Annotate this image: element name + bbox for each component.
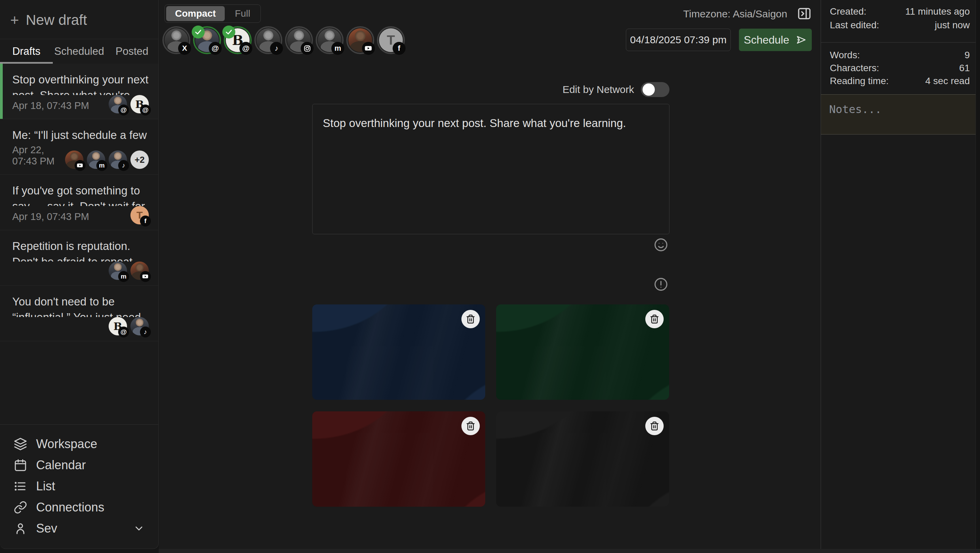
threads-account-avatar[interactable]: B@ [224, 26, 251, 54]
navy-wave-image [312, 304, 485, 400]
draft-account-avatar: ♪ [109, 151, 127, 169]
tab-label: Posted [115, 45, 148, 57]
mastodon-account-avatar[interactable]: m [316, 26, 344, 54]
toggle-knob [643, 83, 655, 96]
draft-list: Stop overthinking your next post. Share … [0, 64, 158, 424]
notes-textarea[interactable] [821, 94, 980, 135]
youtube-account-avatar[interactable] [346, 26, 374, 54]
sidebar-item-list[interactable]: List [0, 476, 158, 497]
facebook-badge-icon: f [393, 42, 406, 55]
instagram-badge-icon [301, 42, 313, 55]
draft-account-avatar: B@ [130, 95, 149, 113]
youtube-badge-icon [75, 160, 86, 171]
sidebar-nav: WorkspaceCalendarListConnectionsSev [0, 424, 158, 548]
draft-tabs: DraftsScheduledPosted [0, 39, 158, 64]
warning-icon[interactable] [653, 276, 669, 292]
tiktok-badge-icon: ♪ [118, 160, 129, 171]
last-edited-row: Last edited: just now [821, 18, 980, 32]
characters-value: 61 [959, 63, 970, 73]
vertical-scrollbar[interactable] [975, 0, 980, 549]
draft-item-networks: m♪+2 [65, 151, 149, 169]
view-mode-compact[interactable]: Compact [166, 6, 225, 21]
draft-list-item[interactable]: Stop overthinking your next post. Share … [0, 64, 158, 119]
mastodon-badge-icon: m [331, 42, 344, 55]
draft-account-avatar: ♪ [130, 317, 149, 335]
emoji-picker-icon[interactable] [653, 237, 669, 253]
user-icon [14, 522, 27, 535]
tab-label: Drafts [12, 45, 41, 57]
view-mode-full[interactable]: Full [226, 6, 259, 21]
view-mode-toggle: CompactFull [164, 5, 261, 23]
tiktok-badge-icon: ♪ [270, 42, 283, 55]
post-content-textarea[interactable]: Stop overthinking your next post. Share … [312, 104, 670, 234]
green-wave-image [496, 304, 669, 400]
sidebar-item-workspace[interactable]: Workspace [0, 434, 158, 454]
words-row: Words: 9 [821, 49, 980, 62]
collapse-panel-icon[interactable] [796, 5, 813, 22]
tab-scheduled[interactable]: Scheduled [53, 39, 105, 64]
draft-account-avatar: m [87, 151, 105, 169]
draft-item-date: Apr 22, 07:43 PM [12, 145, 65, 169]
x-account-avatar[interactable]: X [162, 26, 190, 54]
calendar-icon [14, 458, 27, 472]
delete-attachment-button[interactable] [645, 310, 663, 328]
draft-item-networks: m [109, 262, 149, 280]
sidebar-item-sev[interactable]: Sev [0, 518, 158, 539]
draft-list-item[interactable]: Me: “I'll just schedule a few posts.” Al… [0, 119, 158, 175]
details-panel: Created: 11 minutes ago Last edited: jus… [821, 0, 980, 549]
layers-icon [14, 437, 27, 451]
instagram-account-avatar[interactable] [285, 26, 313, 54]
schedule-button[interactable]: Schedule [739, 29, 812, 51]
reading-time-value: 4 sec read [925, 76, 970, 86]
schedule-controls: Schedule [626, 29, 812, 51]
horizontal-scrollbar[interactable] [159, 549, 980, 553]
draft-account-avatar: B@ [109, 317, 127, 335]
draft-item-text: Repetition is reputation. Don't be afrai… [12, 238, 149, 262]
delete-attachment-button[interactable] [461, 417, 480, 435]
sidebar-item-label: Connections [36, 500, 104, 515]
sidebar-item-calendar[interactable]: Calendar [0, 454, 158, 476]
timezone-label: Timezone: Asia/Saigon [683, 8, 787, 20]
draft-item-text: Stop overthinking your next post. Share … [12, 72, 149, 95]
delete-attachment-button[interactable] [461, 310, 480, 328]
words-value: 9 [964, 50, 970, 60]
main-area: CompactFull Timezone: Asia/Saigon X@B@♪m… [159, 0, 821, 549]
edit-by-network-toggle[interactable] [641, 82, 670, 97]
draft-account-avatar: Tf [130, 206, 149, 224]
characters-row: Characters: 61 [821, 62, 980, 75]
facebook-account-avatar[interactable]: Tf [377, 26, 405, 54]
created-value: 11 minutes ago [905, 6, 970, 17]
delete-attachment-button[interactable] [645, 417, 663, 435]
new-draft-label: New draft [26, 12, 87, 28]
draft-item-meta: B@♪ [12, 317, 149, 335]
threads-badge-icon: @ [118, 105, 129, 116]
x-badge-icon: X [178, 42, 191, 55]
draft-item-networks: B@♪ [109, 317, 149, 335]
draft-list-item[interactable]: If you've got something to say — say it.… [0, 175, 158, 230]
characters-label: Characters: [830, 63, 879, 73]
threads-badge-icon: @ [140, 105, 151, 116]
sidebar-item-connections[interactable]: Connections [0, 497, 158, 518]
schedule-button-label: Schedule [744, 34, 789, 46]
draft-item-meta: Apr 22, 07:43 PMm♪+2 [12, 145, 149, 169]
list-icon [14, 480, 27, 493]
tab-drafts[interactable]: Drafts [0, 39, 53, 64]
editor-icons [312, 234, 670, 292]
draft-item-meta: Apr 19, 07:43 PMTf [12, 206, 149, 224]
draft-item-text: If you've got something to say — say it.… [12, 183, 149, 206]
tiktok-account-avatar[interactable]: ♪ [255, 26, 282, 54]
chevron-down-icon [133, 523, 145, 534]
draft-list-item[interactable]: You don't need to be “influential.” You … [0, 286, 158, 341]
threads-account-avatar[interactable]: @ [193, 26, 221, 54]
link-icon [14, 501, 27, 514]
schedule-datetime-input[interactable] [626, 29, 731, 51]
post-info: Created: 11 minutes ago Last edited: jus… [821, 0, 980, 32]
new-draft-button[interactable]: + New draft [0, 0, 158, 39]
draft-item-date: Apr 19, 07:43 PM [12, 211, 89, 224]
draft-list-item[interactable]: Repetition is reputation. Don't be afrai… [0, 230, 158, 286]
tab-posted[interactable]: Posted [105, 39, 158, 64]
last-edited-label: Last edited: [830, 20, 879, 31]
post-stats: Words: 9 Characters: 61 Reading time: 4 … [821, 43, 980, 87]
black-wave-image [496, 412, 669, 507]
draft-item-text: You don't need to be “influential.” You … [12, 294, 149, 317]
